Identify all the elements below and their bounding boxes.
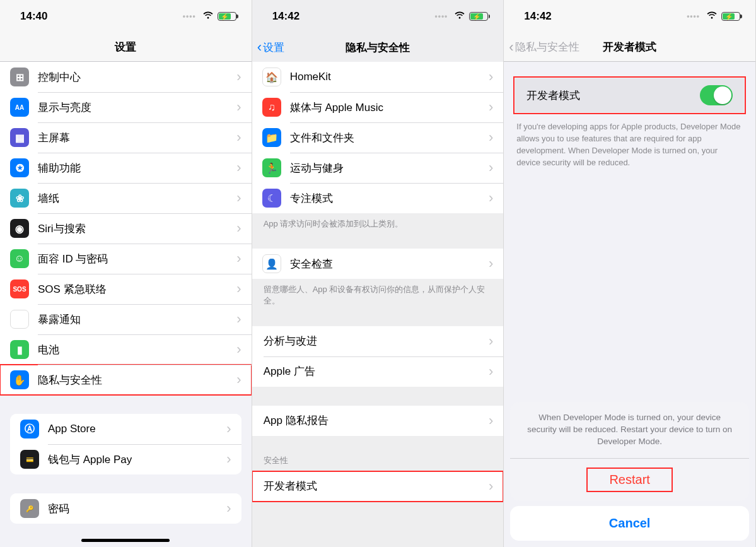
appstore-icon: Ⓐ: [20, 420, 39, 438]
chevron-right-icon: ›: [236, 373, 241, 387]
chevron-right-icon: ›: [236, 70, 241, 84]
privacy-group: 开发者模式 ›: [252, 471, 504, 502]
settings-row[interactable]: ◉ Siri与搜索 ›: [0, 213, 252, 244]
fitness-icon: 🏃: [262, 158, 281, 177]
privacy-group: 🏠 HomeKit › ♫ 媒体与 Apple Music › 📁 文件和文件夹…: [252, 62, 504, 213]
back-button[interactable]: ‹ 设置: [257, 40, 284, 55]
settings-row[interactable]: ❀ 墙纸 ›: [0, 183, 252, 213]
battery-charging-icon: ⚡: [218, 12, 236, 21]
privacy-row[interactable]: 开发者模式 ›: [252, 471, 504, 502]
cancel-button[interactable]: Cancel: [510, 506, 749, 541]
privacy-row[interactable]: 🏠 HomeKit ›: [252, 62, 504, 92]
settings-row[interactable]: ☺ 面容 ID 与密码 ›: [0, 244, 252, 274]
chevron-right-icon: ›: [236, 312, 241, 326]
status-right: •••• ⚡: [687, 10, 740, 23]
privacy-row[interactable]: 📁 文件和文件夹 ›: [252, 122, 504, 153]
row-label: 面容 ID 与密码: [38, 252, 236, 266]
chevron-right-icon: ›: [489, 191, 493, 205]
exposure-icon: ✺: [10, 310, 29, 329]
settings-group: Ⓐ App Store › 💳 钱包与 Apple Pay ›: [10, 414, 241, 474]
developer-mode-switch[interactable]: [700, 85, 733, 105]
settings-row[interactable]: 💳 钱包与 Apple Pay ›: [10, 444, 241, 474]
settings-row[interactable]: Ⓐ App Store ›: [10, 414, 241, 444]
row-label: 暴露通知: [38, 312, 236, 327]
row-label: HomeKit: [290, 71, 489, 83]
chevron-right-icon: ›: [489, 414, 493, 428]
battery-icon: ▮: [10, 340, 29, 359]
row-label: 安全检查: [290, 257, 489, 271]
wifi-icon: [202, 10, 214, 23]
home-screen-icon: ▦: [10, 128, 29, 147]
cellular-dots-icon: ••••: [687, 12, 700, 21]
chevron-right-icon: ›: [236, 161, 241, 175]
settings-row[interactable]: 🔑 密码 ›: [10, 493, 241, 524]
privacy-row[interactable]: ♫ 媒体与 Apple Music ›: [252, 92, 504, 122]
chevron-right-icon: ›: [236, 282, 241, 296]
developer-mode-toggle-row-highlight: 开发者模式: [514, 77, 745, 114]
privacy-row[interactable]: App 隐私报告 ›: [252, 406, 504, 436]
privacy-row[interactable]: 分析与改进 ›: [252, 326, 504, 356]
page-title: 隐私与安全性: [346, 40, 410, 55]
settings-row[interactable]: ✪ 辅助功能 ›: [0, 153, 252, 183]
chevron-right-icon: ›: [489, 479, 493, 493]
settings-row[interactable]: ✺ 暴露通知 ›: [0, 304, 252, 334]
developer-mode-toggle-row[interactable]: 开发者模式: [515, 78, 744, 112]
row-label: 专注模式: [290, 191, 489, 206]
settings-screen: 14:40 •••• ⚡ 设置 ⊞ 控制中心 › AA 显示与亮度 › ▦ 主屏…: [0, 0, 252, 547]
settings-row[interactable]: ✋ 隐私与安全性 ›: [0, 365, 252, 395]
chevron-right-icon: ›: [236, 221, 241, 235]
row-label: 墙纸: [38, 191, 236, 206]
row-label: 辅助功能: [38, 161, 236, 175]
settings-row[interactable]: SOS SOS 紧急联络 ›: [0, 274, 252, 304]
status-bar: 14:40 •••• ⚡: [0, 0, 252, 33]
privacy-row[interactable]: Apple 广告 ›: [252, 356, 504, 387]
battery-charging-icon: ⚡: [721, 12, 740, 21]
wifi-icon: [706, 10, 718, 23]
chevron-right-icon: ›: [236, 191, 241, 205]
developer-mode-hint: If you're developing apps for Apple prod…: [504, 114, 755, 176]
settings-row[interactable]: AA 显示与亮度 ›: [0, 92, 252, 122]
privacy-group: App 隐私报告 ›: [252, 406, 504, 436]
status-time: 14:40: [20, 10, 47, 23]
row-label: 媒体与 Apple Music: [290, 100, 489, 115]
privacy-row[interactable]: 👤 安全检查 ›: [252, 249, 504, 279]
settings-row[interactable]: ⊞ 控制中心 ›: [0, 62, 252, 92]
settings-row[interactable]: ▮ 电池 ›: [0, 334, 252, 365]
chevron-right-icon: ›: [226, 422, 231, 436]
group-footer: App 请求访问时会被添加到以上类别。: [252, 213, 504, 230]
action-sheet-message: When Developer Mode is turned on, your d…: [510, 402, 749, 458]
files-folders-icon: 📁: [262, 128, 281, 147]
home-indicator[interactable]: [81, 539, 170, 542]
back-button[interactable]: ‹ 隐私与安全性: [509, 40, 579, 54]
status-time: 14:42: [272, 10, 299, 23]
cancel-button-label: Cancel: [609, 516, 651, 530]
settings-list[interactable]: ⊞ 控制中心 › AA 显示与亮度 › ▦ 主屏幕 › ✪ 辅助功能 › ❀ 墙…: [0, 62, 252, 547]
row-label: 分析与改进: [264, 334, 489, 348]
nav-header: ‹ 设置 隐私与安全性: [252, 33, 504, 62]
homekit-icon: 🏠: [262, 68, 281, 86]
status-time: 14:42: [524, 10, 551, 23]
chevron-right-icon: ›: [489, 70, 493, 84]
page-title: 设置: [115, 40, 136, 54]
safety-check-icon: 👤: [262, 254, 281, 273]
row-label: 文件和文件夹: [290, 131, 489, 145]
row-label: 主屏幕: [38, 131, 236, 145]
settings-row[interactable]: ▦ 主屏幕 ›: [0, 122, 252, 153]
privacy-list[interactable]: 🏠 HomeKit › ♫ 媒体与 Apple Music › 📁 文件和文件夹…: [252, 62, 504, 547]
chevron-right-icon: ›: [489, 334, 493, 348]
restart-action-sheet: When Developer Mode is turned on, your d…: [510, 402, 749, 541]
group-header: 安全性: [252, 455, 504, 471]
restart-button[interactable]: Restart: [510, 458, 749, 501]
privacy-row[interactable]: ☾ 专注模式 ›: [252, 183, 504, 213]
developer-mode-screen: 14:42 •••• ⚡ ‹ 隐私与安全性 开发者模式 开发者模式 If you…: [504, 0, 756, 547]
faceid-passcode-icon: ☺: [10, 249, 29, 268]
privacy-row[interactable]: 🏃 运动与健身 ›: [252, 153, 504, 183]
chevron-right-icon: ›: [236, 343, 241, 356]
chevron-right-icon: ›: [226, 452, 231, 466]
privacy-icon: ✋: [10, 370, 29, 389]
row-label: App 隐私报告: [264, 413, 489, 428]
chevron-right-icon: ›: [236, 100, 241, 114]
row-label: Apple 广告: [264, 364, 489, 379]
nav-header: 设置: [0, 33, 252, 62]
chevron-right-icon: ›: [489, 131, 493, 144]
